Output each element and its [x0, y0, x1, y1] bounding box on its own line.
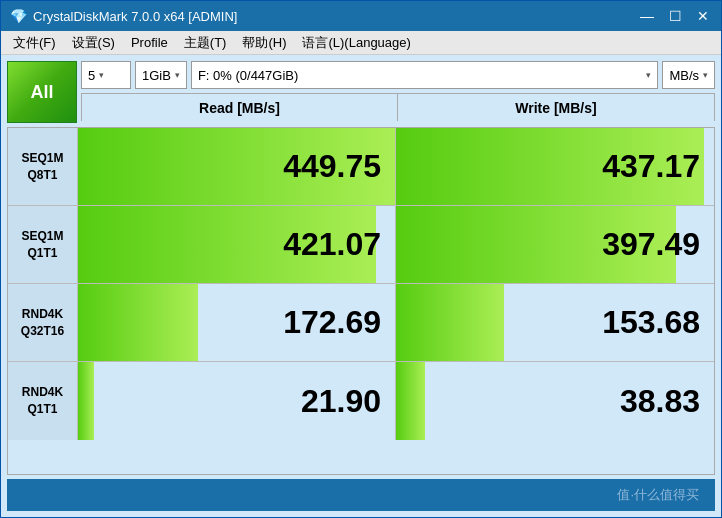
controls-right: 5 ▾ 1GiB ▾ F: 0% (0/447GiB) ▾ [81, 61, 715, 123]
unit-chevron: ▾ [703, 70, 708, 80]
menu-language[interactable]: 语言(L)(Language) [294, 31, 418, 54]
menu-settings[interactable]: 设置(S) [64, 31, 123, 54]
app-icon: 💎 [9, 7, 27, 25]
unit-value: MB/s [669, 68, 699, 83]
close-button[interactable]: ✕ [693, 6, 713, 26]
watermark-bar: 值·什么值得买 [7, 479, 715, 511]
count-value: 5 [88, 68, 95, 83]
size-select[interactable]: 1GiB ▾ [135, 61, 187, 89]
write-value-seq1m-q1t1: 397.49 [396, 206, 714, 283]
size-chevron: ▾ [175, 70, 180, 80]
read-header: Read [MB/s] [82, 94, 398, 121]
table-row: SEQ1M Q8T1 449.75 437.17 [8, 128, 714, 206]
table-header-row: Read [MB/s] Write [MB/s] [81, 93, 715, 121]
table-row: RND4K Q1T1 21.90 38.83 [8, 362, 714, 440]
size-value: 1GiB [142, 68, 171, 83]
all-button[interactable]: All [7, 61, 77, 123]
drive-chevron: ▾ [646, 70, 651, 80]
titlebar: 💎 CrystalDiskMark 7.0.0 x64 [ADMIN] — ☐ … [1, 1, 721, 31]
read-number-seq1m-q8t1: 449.75 [283, 148, 381, 185]
app-window: 💎 CrystalDiskMark 7.0.0 x64 [ADMIN] — ☐ … [0, 0, 722, 518]
count-chevron: ▾ [99, 70, 104, 80]
content-area: All 5 ▾ 1GiB ▾ F: 0% [1, 55, 721, 517]
write-number-seq1m-q1t1: 397.49 [602, 226, 700, 263]
top-controls: All 5 ▾ 1GiB ▾ F: 0% [7, 61, 715, 123]
menubar: 文件(F) 设置(S) Profile 主题(T) 帮助(H) 语言(L)(La… [1, 31, 721, 55]
selects-top-row: 5 ▾ 1GiB ▾ F: 0% (0/447GiB) ▾ [81, 61, 715, 89]
write-number-rnd4k-q32t16: 153.68 [602, 304, 700, 341]
window-controls: — ☐ ✕ [637, 6, 713, 26]
read-value-rnd4k-q32t16: 172.69 [78, 284, 396, 361]
table-row: SEQ1M Q1T1 421.07 397.49 [8, 206, 714, 284]
write-number-seq1m-q8t1: 437.17 [602, 148, 700, 185]
menu-theme[interactable]: 主题(T) [176, 31, 235, 54]
read-bar-rnd4k-q1t1 [78, 362, 94, 440]
row-label-seq1m-q8t1: SEQ1M Q8T1 [8, 128, 78, 205]
window-title: CrystalDiskMark 7.0.0 x64 [ADMIN] [33, 9, 637, 24]
unit-select[interactable]: MB/s ▾ [662, 61, 715, 89]
row-label-rnd4k-q1t1: RND4K Q1T1 [8, 362, 78, 440]
write-value-rnd4k-q32t16: 153.68 [396, 284, 714, 361]
read-number-rnd4k-q1t1: 21.90 [301, 383, 381, 420]
read-value-seq1m-q1t1: 421.07 [78, 206, 396, 283]
write-value-seq1m-q8t1: 437.17 [396, 128, 714, 205]
menu-profile[interactable]: Profile [123, 31, 176, 54]
write-bar-rnd4k-q1t1 [396, 362, 425, 440]
menu-help[interactable]: 帮助(H) [234, 31, 294, 54]
maximize-button[interactable]: ☐ [665, 6, 685, 26]
read-value-rnd4k-q1t1: 21.90 [78, 362, 396, 440]
read-number-rnd4k-q32t16: 172.69 [283, 304, 381, 341]
count-select[interactable]: 5 ▾ [81, 61, 131, 89]
drive-select[interactable]: F: 0% (0/447GiB) ▾ [191, 61, 658, 89]
data-grid: SEQ1M Q8T1 449.75 437.17 SEQ1M Q1T1 [7, 127, 715, 475]
write-number-rnd4k-q1t1: 38.83 [620, 383, 700, 420]
write-value-rnd4k-q1t1: 38.83 [396, 362, 714, 440]
write-bar-rnd4k-q32t16 [396, 284, 504, 361]
read-number-seq1m-q1t1: 421.07 [283, 226, 381, 263]
read-bar-rnd4k-q32t16 [78, 284, 198, 361]
row-label-seq1m-q1t1: SEQ1M Q1T1 [8, 206, 78, 283]
table-row: RND4K Q32T16 172.69 153.68 [8, 284, 714, 362]
read-value-seq1m-q8t1: 449.75 [78, 128, 396, 205]
watermark-text: 值·什么值得买 [617, 486, 699, 504]
drive-value: F: 0% (0/447GiB) [198, 68, 642, 83]
row-label-rnd4k-q32t16: RND4K Q32T16 [8, 284, 78, 361]
write-header: Write [MB/s] [398, 94, 714, 121]
menu-file[interactable]: 文件(F) [5, 31, 64, 54]
minimize-button[interactable]: — [637, 6, 657, 26]
